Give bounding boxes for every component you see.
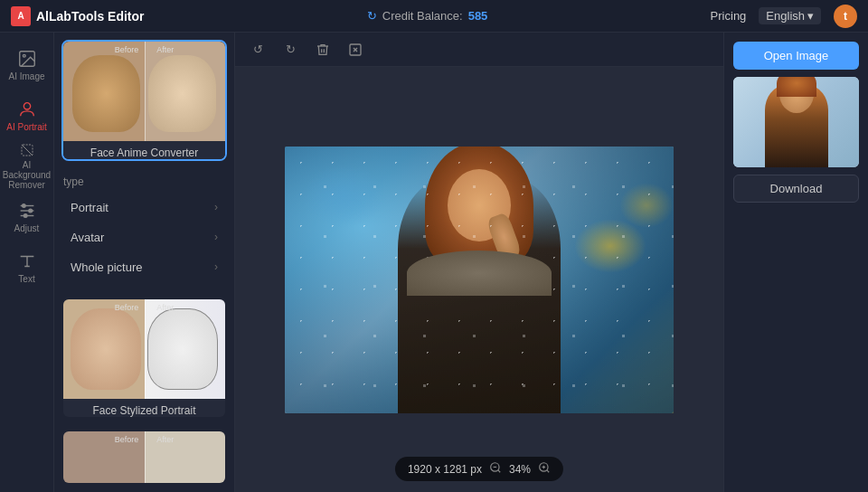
card2-image: Before After <box>63 299 225 399</box>
svg-point-2 <box>24 103 30 109</box>
canvas-area: ↺ ↻ <box>235 33 723 492</box>
ba-labels-card1: Before After <box>115 45 175 54</box>
sidebar-label-bg-remover: AI Background Remover <box>3 160 51 190</box>
zoom-level: 34% <box>509 463 531 476</box>
before-label-card2: Before <box>115 303 139 312</box>
sidebar-item-ai-image[interactable]: AI Image <box>4 42 51 89</box>
card1-image: Before After <box>63 42 225 141</box>
zoom-out-icon <box>489 461 502 474</box>
trash-icon <box>316 43 330 57</box>
before-label-card3: Before <box>115 435 139 444</box>
header-left: A AlLabTools Editor <box>11 6 145 26</box>
before-label-card1: Before <box>115 45 139 54</box>
canvas-image <box>285 147 674 413</box>
zoom-in-button[interactable] <box>538 461 551 477</box>
sidebar-item-bg-remover[interactable]: AI Background Remover <box>4 143 51 190</box>
sidebar-item-text[interactable]: Text <box>4 244 51 291</box>
svg-line-18 <box>547 470 550 473</box>
chevron-whole-icon: › <box>214 260 218 273</box>
clear-button[interactable] <box>344 38 367 62</box>
type-title: type <box>61 175 227 188</box>
ai-portrait-icon <box>17 99 37 119</box>
card1-label: Face Anime Converter <box>63 141 225 161</box>
face-stylized-portrait-card[interactable]: Before After Face Stylized Portrait <box>61 298 227 419</box>
header-center: ↻ Credit Balance: 585 <box>367 9 488 23</box>
card2-label: Face Stylized Portrait <box>63 399 225 419</box>
svg-line-15 <box>498 470 501 473</box>
user-avatar[interactable]: t <box>834 5 857 28</box>
divider-card2 <box>145 299 146 399</box>
language-label: English <box>766 9 805 23</box>
chevron-avatar-icon: › <box>214 231 218 243</box>
tool-panel: Before After Face Anime Converter type P… <box>54 33 235 492</box>
sidebar-label-ai-image: AI Image <box>8 71 44 81</box>
svg-point-8 <box>22 204 25 208</box>
zoom-in-icon <box>538 461 551 474</box>
card2-preview: Before After <box>63 299 225 399</box>
delete-button[interactable] <box>311 38 335 62</box>
clear-icon <box>348 43 363 57</box>
zoom-out-button[interactable] <box>489 461 502 477</box>
sidebar-icons: AI Image AI Portrait AI Background Remov… <box>0 33 54 492</box>
after-label-card2: After <box>156 303 174 312</box>
type-option-whole-picture[interactable]: Whole picture › <box>61 253 227 281</box>
sidebar-label-adjust: Adjust <box>14 223 40 233</box>
ba-labels-card2: Before After <box>115 303 175 312</box>
undo-button[interactable]: ↺ <box>246 38 269 62</box>
download-button[interactable]: Download <box>733 175 859 203</box>
type-section: type Portrait › Avatar › Whole picture › <box>54 168 234 290</box>
type-option-avatar[interactable]: Avatar › <box>61 223 227 251</box>
svg-point-10 <box>24 214 27 218</box>
type-whole-label: Whole picture <box>71 260 142 274</box>
ba-labels-card3: Before After <box>115 435 175 444</box>
type-avatar-label: Avatar <box>71 231 104 244</box>
canvas-toolbar: ↺ ↻ <box>235 33 723 67</box>
chevron-down-icon: ▾ <box>807 9 814 23</box>
main-layout: AI Image AI Portrait AI Background Remov… <box>0 33 868 492</box>
text-icon <box>17 251 37 271</box>
app-title: AlLabTools Editor <box>36 9 145 24</box>
language-selector[interactable]: English ▾ <box>759 7 821 24</box>
after-label-card1: After <box>156 45 174 54</box>
preview-image <box>733 77 859 167</box>
ai-image-icon <box>17 49 37 69</box>
sidebar-item-adjust[interactable]: Adjust <box>4 194 51 241</box>
canvas-image-container <box>285 147 674 413</box>
svg-point-9 <box>28 209 32 213</box>
sidebar-item-ai-portrait[interactable]: AI Portrait <box>4 92 51 139</box>
header-right: Pricing English ▾ t <box>711 5 857 28</box>
credit-label: Credit Balance: <box>382 9 463 23</box>
canvas-status: 1920 x 1281 px 34% <box>395 457 563 481</box>
credit-value: 585 <box>468 9 488 23</box>
sidebar-label-ai-portrait: AI Portrait <box>6 122 46 132</box>
chevron-portrait-icon: › <box>214 201 218 213</box>
sidebar-label-text: Text <box>18 274 34 284</box>
type-option-portrait[interactable]: Portrait › <box>61 194 227 222</box>
svg-line-4 <box>22 145 33 156</box>
card3[interactable]: Before After <box>61 430 227 485</box>
type-portrait-label: Portrait <box>71 201 108 214</box>
redo-button[interactable]: ↻ <box>278 38 302 62</box>
image-dimensions: 1920 x 1281 px <box>408 463 482 476</box>
divider-card1 <box>145 42 146 141</box>
canvas-main[interactable]: 1920 x 1281 px 34% <box>235 67 723 492</box>
right-panel: Open Image Download <box>723 33 868 492</box>
logo-icon: A <box>11 6 31 26</box>
header: A AlLabTools Editor ↻ Credit Balance: 58… <box>0 0 868 33</box>
face-anime-converter-card[interactable]: Before After Face Anime Converter <box>61 40 227 161</box>
adjust-icon <box>17 201 37 221</box>
pricing-button[interactable]: Pricing <box>711 9 747 23</box>
svg-point-1 <box>23 54 25 57</box>
open-image-button[interactable]: Open Image <box>733 42 859 70</box>
bg-remover-icon <box>17 143 37 157</box>
after-label-card3: After <box>156 435 174 444</box>
credit-refresh-icon[interactable]: ↻ <box>367 9 377 23</box>
